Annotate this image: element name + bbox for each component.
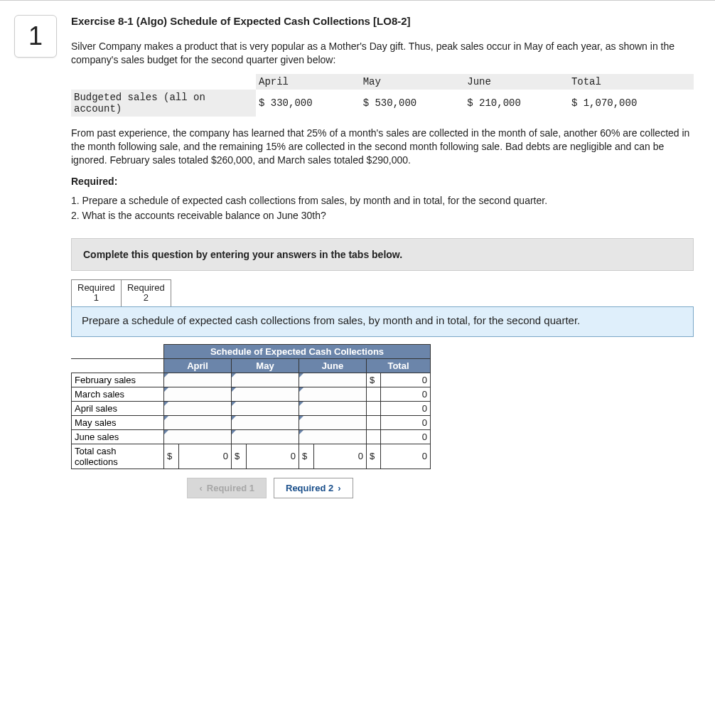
input-cell[interactable]: [164, 373, 232, 387]
tab-required-1[interactable]: Required1: [71, 279, 122, 306]
table-row: February sales $ 0: [72, 373, 431, 387]
next-required-button[interactable]: Required 2 ›: [274, 478, 353, 498]
currency-symbol: $: [299, 444, 314, 469]
required-item-1: 1. Prepare a schedule of expected cash c…: [71, 194, 694, 208]
required-label: Required:: [71, 175, 694, 188]
table-row: May sales 0: [72, 415, 431, 429]
input-cell[interactable]: [164, 387, 232, 401]
budget-col-total: Total: [569, 74, 694, 90]
exercise-title: Exercise 8-1 (Algo) Schedule of Expected…: [71, 15, 694, 27]
row-label: Total cash collections: [72, 444, 164, 469]
input-cell[interactable]: [232, 387, 299, 401]
prev-required-button[interactable]: ‹ Required 1: [187, 478, 267, 498]
budget-col-may: May: [360, 74, 465, 90]
currency-symbol: $: [367, 373, 381, 387]
instruction-bar: Complete this question by entering your …: [71, 238, 694, 271]
ws-col-may: May: [232, 358, 299, 373]
row-total: 0: [381, 387, 431, 401]
input-cell[interactable]: [164, 429, 232, 444]
row-total: 0: [381, 415, 431, 429]
input-cell[interactable]: [299, 387, 367, 401]
budget-val-june: $ 210,000: [464, 90, 569, 117]
intro-text: Silver Company makes a product that is v…: [71, 40, 694, 67]
input-cell[interactable]: [232, 401, 299, 415]
tabs: Required1 Required2: [71, 279, 694, 306]
row-label: February sales: [72, 373, 164, 387]
required-item-2: 2. What is the accounts receivable balan…: [71, 209, 694, 223]
prev-label: Required 1: [207, 483, 254, 493]
chevron-left-icon: ‹: [199, 483, 202, 493]
worksheet-title: Schedule of Expected Cash Collections: [164, 344, 431, 358]
ws-col-april: April: [164, 358, 232, 373]
row-total: 0: [381, 373, 431, 387]
input-cell[interactable]: [299, 373, 367, 387]
table-row: April sales 0: [72, 401, 431, 415]
input-cell[interactable]: [232, 415, 299, 429]
experience-text: From past experience, the company has le…: [71, 127, 694, 167]
row-total: 0: [381, 401, 431, 415]
input-cell[interactable]: [164, 415, 232, 429]
budget-val-april: $ 330,000: [256, 90, 360, 117]
ws-col-total: Total: [367, 358, 431, 373]
currency-symbol: $: [164, 444, 179, 469]
budget-col-june: June: [464, 74, 569, 90]
input-cell[interactable]: [164, 401, 232, 415]
col-total: 0: [381, 444, 431, 469]
table-row-total: Total cash collections $ 0 $ 0 $ 0 $ 0: [72, 444, 431, 469]
ws-col-june: June: [299, 358, 367, 373]
next-label: Required 2: [286, 483, 333, 493]
budget-val-total: $ 1,070,000: [569, 90, 694, 117]
chevron-right-icon: ›: [338, 483, 340, 493]
row-label: March sales: [72, 387, 164, 401]
budget-val-may: $ 530,000: [360, 90, 465, 117]
row-total: 0: [381, 429, 431, 444]
worksheet-table: Schedule of Expected Cash Collections Ap…: [71, 344, 431, 469]
row-label: May sales: [72, 415, 164, 429]
budget-table: April May June Total Budgeted sales (all…: [71, 74, 694, 117]
input-cell[interactable]: [299, 401, 367, 415]
col-total: 0: [314, 444, 367, 469]
input-cell[interactable]: [299, 429, 367, 444]
currency-symbol: $: [232, 444, 247, 469]
input-cell[interactable]: [299, 415, 367, 429]
question-number-badge: 1: [14, 15, 57, 58]
budget-col-april: April: [256, 74, 360, 90]
col-total: 0: [179, 444, 232, 469]
row-label: June sales: [72, 429, 164, 444]
input-cell[interactable]: [232, 429, 299, 444]
currency-symbol: $: [367, 444, 381, 469]
tab-panel-instruction: Prepare a schedule of expected cash coll…: [71, 306, 694, 337]
col-total: 0: [247, 444, 299, 469]
budget-row-label: Budgeted sales (all on account): [71, 90, 256, 117]
table-row: June sales 0: [72, 429, 431, 444]
tab-required-2[interactable]: Required2: [122, 279, 171, 306]
input-cell[interactable]: [232, 373, 299, 387]
table-row: March sales 0: [72, 387, 431, 401]
row-label: April sales: [72, 401, 164, 415]
